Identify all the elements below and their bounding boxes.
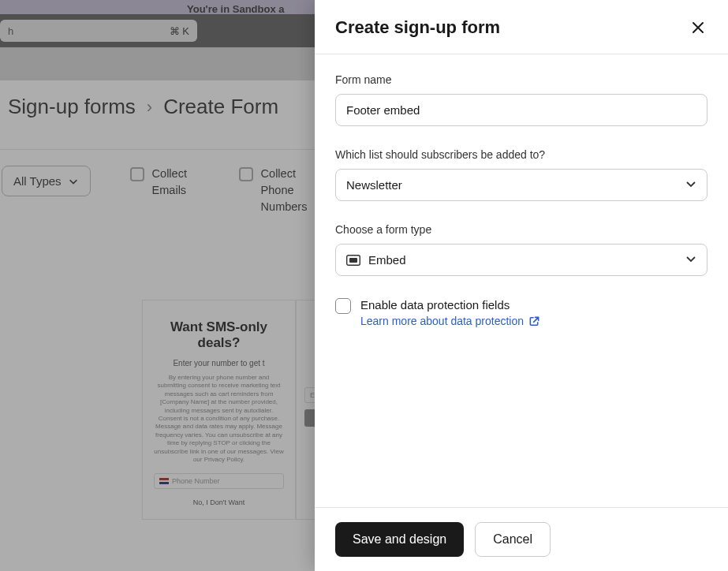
close-button[interactable]	[689, 18, 707, 37]
data-protection-field: Enable data protection fields Learn more…	[335, 298, 707, 328]
drawer-title: Create sign-up form	[335, 17, 500, 38]
drawer-header: Create sign-up form	[315, 0, 728, 54]
drawer-footer: Save and design Cancel	[315, 507, 728, 571]
list-select[interactable]: Newsletter	[335, 169, 707, 201]
form-name-input[interactable]	[335, 94, 707, 126]
external-link-icon	[528, 315, 540, 327]
create-form-drawer: Create sign-up form Form name Which list…	[315, 0, 728, 571]
data-protection-label: Enable data protection fields	[360, 298, 707, 312]
learn-more-link[interactable]: Learn more about data protection	[360, 315, 540, 327]
form-name-field: Form name	[335, 73, 707, 126]
form-type-field: Choose a form type Embed	[335, 223, 707, 276]
form-type-select[interactable]: Embed	[335, 244, 707, 276]
drawer-body: Form name Which list should subscribers …	[315, 54, 728, 507]
embed-icon	[346, 255, 360, 266]
svg-rect-1	[349, 258, 357, 263]
list-select-value: Newsletter	[346, 178, 402, 192]
close-icon	[690, 20, 706, 35]
list-label: Which list should subscribers be added t…	[335, 148, 707, 161]
cancel-button[interactable]: Cancel	[475, 522, 551, 557]
learn-more-text: Learn more about data protection	[360, 315, 524, 327]
form-name-label: Form name	[335, 73, 707, 86]
form-type-label: Choose a form type	[335, 223, 707, 236]
form-type-value: Embed	[368, 253, 406, 267]
data-protection-checkbox[interactable]	[335, 298, 351, 314]
save-and-design-button[interactable]: Save and design	[335, 522, 464, 557]
list-field: Which list should subscribers be added t…	[335, 148, 707, 201]
